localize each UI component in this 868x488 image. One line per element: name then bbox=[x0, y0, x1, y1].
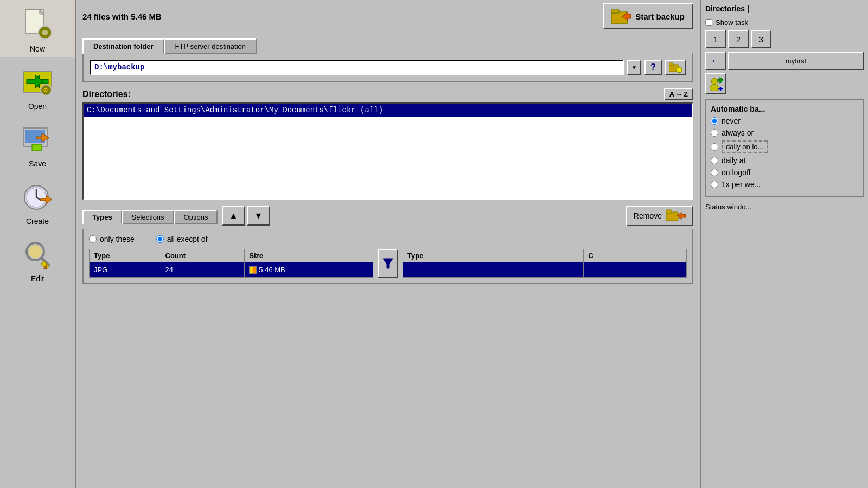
save-icon bbox=[18, 119, 57, 158]
svg-point-35 bbox=[711, 78, 718, 85]
tab-selections[interactable]: Selections bbox=[122, 210, 174, 224]
svg-point-20 bbox=[29, 245, 42, 258]
auto-radio-always[interactable]: always or bbox=[711, 129, 858, 137]
destination-path-input[interactable] bbox=[90, 60, 624, 75]
status-window-label: Status windo... bbox=[705, 203, 864, 211]
type-content: only these all execpt of Type Count Size bbox=[82, 229, 693, 284]
num-btn-1[interactable]: 1 bbox=[705, 30, 726, 48]
auto-backup-title: Automatic ba... bbox=[711, 105, 858, 113]
directories-list[interactable]: C:\Documents and Settings\Administrator\… bbox=[82, 102, 693, 200]
num-buttons-row: 1 2 3 bbox=[705, 30, 864, 48]
lower-section: Types Selections Options ▲ ▼ Remove bbox=[82, 206, 693, 284]
tab-types[interactable]: Types bbox=[82, 210, 122, 224]
back-button[interactable]: ← bbox=[705, 52, 726, 70]
destination-section: ▼ ? bbox=[82, 53, 693, 82]
cell-c bbox=[584, 262, 687, 278]
sidebar-new-label: New bbox=[30, 44, 45, 53]
sidebar-open-label: Open bbox=[28, 102, 47, 111]
sidebar-edit-label: Edit bbox=[31, 274, 44, 283]
profile-name-button[interactable]: myfirst bbox=[728, 52, 864, 70]
svg-rect-25 bbox=[611, 10, 619, 13]
cell-type: JPG bbox=[90, 262, 161, 278]
auto-radio-on-logoff[interactable]: on logoff bbox=[711, 168, 858, 177]
svg-text:⚙: ⚙ bbox=[43, 87, 48, 93]
auto-radio-daily-on[interactable]: daily on lo... bbox=[711, 140, 858, 153]
sidebar-item-save[interactable]: Save bbox=[0, 115, 75, 172]
col-type-header: Type bbox=[90, 249, 161, 262]
add-profile-button[interactable] bbox=[705, 73, 726, 94]
add-profile-icon bbox=[708, 76, 723, 91]
tab-ftp-server[interactable]: FTP server destination bbox=[164, 38, 257, 54]
filter-button[interactable] bbox=[378, 249, 398, 278]
auto-radio-always-input[interactable] bbox=[711, 129, 718, 137]
auto-radio-daily-at-input[interactable] bbox=[711, 157, 718, 164]
remove-button[interactable]: Remove bbox=[626, 206, 693, 226]
move-buttons: ▲ ▼ bbox=[222, 206, 270, 226]
col-type2-header: Type bbox=[403, 249, 584, 262]
directories-section: Directories: A → Z C:\Documents and Sett… bbox=[82, 88, 693, 200]
sidebar-item-open[interactable]: ⚙ Open bbox=[0, 57, 75, 115]
start-backup-button[interactable]: Start backup bbox=[603, 3, 693, 29]
cell-count: 24 bbox=[161, 262, 245, 278]
tab-destination-folder[interactable]: Destination folder bbox=[82, 38, 164, 54]
auto-radio-1x-per-week-input[interactable] bbox=[711, 181, 718, 188]
table-row-2[interactable] bbox=[403, 262, 687, 278]
lower-controls: Types Selections Options ▲ ▼ Remove bbox=[82, 206, 693, 226]
type-tabs: Types Selections Options bbox=[82, 209, 218, 223]
auto-radio-1x-per-week[interactable]: 1x per we... bbox=[711, 180, 858, 189]
tab-options[interactable]: Options bbox=[174, 210, 218, 224]
num-btn-3[interactable]: 3 bbox=[751, 30, 771, 48]
auto-radio-daily-on-input[interactable] bbox=[711, 143, 718, 151]
svg-marker-34 bbox=[383, 259, 393, 268]
sidebar-item-edit[interactable]: Edit bbox=[0, 230, 75, 287]
start-backup-label: Start backup bbox=[635, 12, 685, 21]
cell-size: 5.46 MB bbox=[245, 262, 373, 278]
filter-icon bbox=[382, 258, 394, 269]
help-button[interactable]: ? bbox=[644, 60, 662, 75]
svg-point-29 bbox=[676, 67, 682, 73]
destination-dropdown-button[interactable]: ▼ bbox=[627, 60, 641, 75]
auto-radio-daily-at[interactable]: daily at bbox=[711, 156, 858, 165]
cell-type2 bbox=[403, 262, 584, 278]
radio-only-these[interactable]: only these bbox=[89, 235, 135, 243]
col-size-header: Size bbox=[245, 249, 373, 262]
auto-radio-on-logoff-input[interactable] bbox=[711, 169, 718, 176]
move-up-button[interactable]: ▲ bbox=[222, 206, 245, 226]
remove-icon bbox=[666, 209, 686, 223]
browse-button[interactable] bbox=[665, 60, 686, 75]
radio-all-except-input[interactable] bbox=[156, 235, 164, 243]
show-task-row: Show task bbox=[705, 18, 864, 27]
size-bar-icon bbox=[249, 266, 257, 274]
sort-az-button[interactable]: A → Z bbox=[664, 88, 693, 100]
directory-item[interactable]: C:\Documents and Settings\Administrator\… bbox=[84, 104, 692, 117]
svg-point-36 bbox=[710, 85, 719, 91]
directories-header: Directories: A → Z bbox=[82, 88, 693, 100]
right-panel: Directories | Show task 1 2 3 ← myfirst bbox=[700, 0, 868, 488]
show-task-checkbox[interactable] bbox=[705, 19, 712, 26]
auto-radio-never-input[interactable] bbox=[711, 117, 718, 125]
main-content: 24 files with 5.46 MB Start backup Desti… bbox=[76, 0, 700, 488]
top-bar: 24 files with 5.46 MB Start backup bbox=[76, 0, 700, 33]
svg-rect-32 bbox=[666, 210, 672, 213]
sidebar-create-label: Create bbox=[26, 217, 49, 226]
type-table-right: Type C bbox=[403, 249, 687, 278]
file-count-label: 24 files with 5.46 MB bbox=[82, 12, 162, 21]
automatic-backup-section: Automatic ba... never always or daily on… bbox=[705, 99, 864, 197]
radio-row: only these all execpt of bbox=[89, 235, 687, 243]
col-count-header: Count bbox=[161, 249, 245, 262]
auto-radio-never[interactable]: never bbox=[711, 117, 858, 125]
destination-row: ▼ ? bbox=[90, 60, 686, 75]
show-task-label: Show task bbox=[716, 18, 748, 27]
svg-rect-28 bbox=[669, 63, 673, 66]
browse-icon bbox=[669, 62, 682, 73]
sidebar-item-new[interactable]: ⚙ New bbox=[0, 0, 75, 57]
table-row[interactable]: JPG 24 5.46 MB bbox=[90, 262, 373, 278]
destination-tabs: Destination folder FTP server destinatio… bbox=[76, 33, 700, 53]
move-down-button[interactable]: ▼ bbox=[247, 206, 270, 226]
sidebar-item-create[interactable]: Create bbox=[0, 172, 75, 230]
radio-only-these-input[interactable] bbox=[89, 235, 97, 243]
sort-icon: A bbox=[669, 90, 674, 98]
add-buttons-row bbox=[705, 73, 864, 94]
num-btn-2[interactable]: 2 bbox=[728, 30, 749, 48]
radio-all-except[interactable]: all execpt of bbox=[156, 235, 208, 243]
